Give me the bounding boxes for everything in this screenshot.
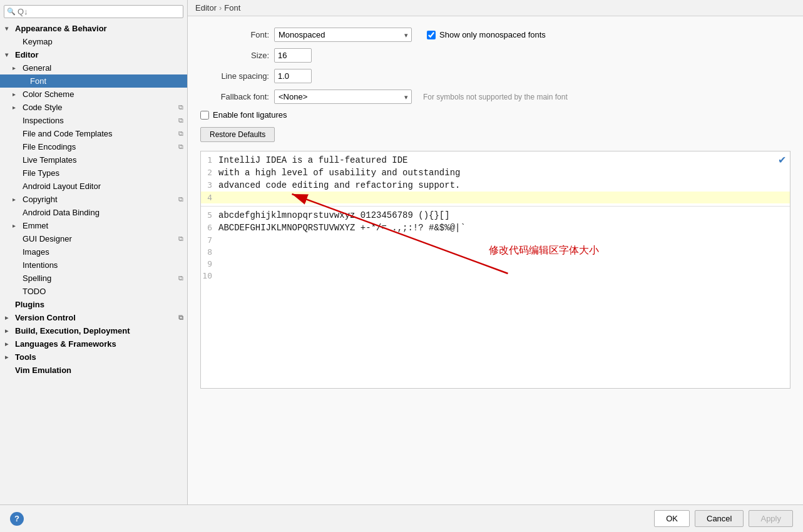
sidebar-item-font[interactable]: Font xyxy=(0,74,187,88)
show-monospaced-label[interactable]: Show only monospaced fonts xyxy=(439,30,546,39)
size-input[interactable] xyxy=(274,48,312,63)
sidebar-item-versioncontrol[interactable]: ▸Version Control⧉ xyxy=(0,311,187,324)
sidebar-item-keymap[interactable]: Keymap xyxy=(0,35,187,48)
sidebar-item-filecodetemplates[interactable]: File and Code Templates⧉ xyxy=(0,127,187,140)
sidebar-label-tools: Tools xyxy=(15,352,36,362)
sidebar-label-codestyle: Code Style xyxy=(23,103,63,112)
breadcrumb: Editor › Font xyxy=(188,0,803,16)
line-number-2: 2 xyxy=(201,168,218,177)
sidebar-label-copyright: Copyright xyxy=(23,195,58,204)
search-input[interactable] xyxy=(18,7,180,16)
sidebar-label-versioncontrol: Version Control xyxy=(15,313,76,322)
dialog-footer: ? OK Cancel Apply xyxy=(0,504,803,532)
sidebar-item-androiddatabinding[interactable]: Android Data Binding xyxy=(0,206,187,219)
line-number-8: 8 xyxy=(201,247,218,257)
sidebar-item-buildexecutiondeployment[interactable]: ▸Build, Execution, Deployment xyxy=(0,324,187,337)
sidebar-item-appearance[interactable]: ▾Appearance & Behavior xyxy=(0,22,187,35)
copy-icon-codestyle: ⧉ xyxy=(178,103,183,111)
line-content-6: ABCDEFGHIJKLMNOPQRSTUVWXYZ +-*/= .,;:!? … xyxy=(218,223,466,233)
preview-corner-icon: ✔ xyxy=(778,154,786,166)
fallback-select[interactable]: <None> xyxy=(274,90,412,104)
show-monospaced-checkbox[interactable] xyxy=(427,31,436,39)
settings-area: Font: Monospaced Show only monospaced fo… xyxy=(188,16,803,504)
sidebar-label-buildexecutiondeployment: Build, Execution, Deployment xyxy=(15,326,130,335)
settings-dialog: 🔍 ▾Appearance & BehaviorKeymap▾Editor▸Ge… xyxy=(0,0,803,532)
font-row: Font: Monospaced Show only monospaced fo… xyxy=(200,28,790,42)
sidebar-item-tools[interactable]: ▸Tools xyxy=(0,350,187,364)
font-select[interactable]: Monospaced xyxy=(274,28,412,42)
tree-arrow-appearance: ▾ xyxy=(5,25,13,32)
fallback-note: For symbols not supported by the main fo… xyxy=(423,93,568,101)
line-number-7: 7 xyxy=(201,235,218,245)
line-number-3: 3 xyxy=(201,180,218,190)
line-spacing-row: Line spacing: xyxy=(200,69,790,83)
preview-line-5: 5abcdefghijklmnopqrstuvwxyz 0123456789 (… xyxy=(201,209,790,222)
cancel-button[interactable]: Cancel xyxy=(695,510,744,527)
search-box[interactable]: 🔍 xyxy=(4,5,183,18)
copy-icon-versioncontrol: ⧉ xyxy=(178,314,183,322)
preview-lines-container: 1IntelliJ IDEA is a full-featured IDE2wi… xyxy=(201,151,790,284)
sidebar-label-todo: TODO xyxy=(23,287,46,296)
copy-icon-guidesigner: ⧉ xyxy=(178,235,183,243)
line-spacing-input[interactable] xyxy=(274,69,312,83)
sidebar-item-todo[interactable]: TODO xyxy=(0,285,187,298)
tree-arrow-buildexecutiondeployment: ▸ xyxy=(5,327,13,334)
sidebar-item-codestyle[interactable]: ▸Code Style⧉ xyxy=(0,101,187,114)
line-spacing-label: Line spacing: xyxy=(200,71,269,81)
tree-arrow-colorscheme: ▸ xyxy=(13,91,20,98)
sidebar-item-emmet[interactable]: ▸Emmet xyxy=(0,219,187,232)
sidebar-item-editor[interactable]: ▾Editor xyxy=(0,48,187,61)
line-number-5: 5 xyxy=(201,210,218,220)
sidebar-label-keymap: Keymap xyxy=(23,37,53,46)
preview-separator xyxy=(201,206,790,207)
tree-container: ▾Appearance & BehaviorKeymap▾Editor▸Gene… xyxy=(0,22,187,377)
sidebar-label-filecodetemplates: File and Code Templates xyxy=(23,129,113,138)
sidebar-item-plugins[interactable]: Plugins xyxy=(0,298,187,311)
sidebar-item-livetemplates[interactable]: Live Templates xyxy=(0,153,187,166)
sidebar-label-vimemulation: Vim Emulation xyxy=(15,366,71,375)
sidebar-label-emmet: Emmet xyxy=(23,221,48,230)
ligatures-checkbox[interactable] xyxy=(200,111,209,120)
ok-button[interactable]: OK xyxy=(654,510,690,527)
sidebar-item-colorscheme[interactable]: ▸Color Scheme xyxy=(0,88,187,101)
copy-icon-spelling: ⧉ xyxy=(178,274,183,282)
preview-line-1: 1IntelliJ IDEA is a full-featured IDE xyxy=(201,154,790,166)
fallback-label: Fallback font: xyxy=(200,92,269,101)
sidebar-item-inspections[interactable]: Inspections⧉ xyxy=(0,114,187,127)
line-number-10: 10 xyxy=(201,271,218,280)
tree-arrow-tools: ▸ xyxy=(5,354,13,361)
restore-defaults-button[interactable]: Restore Defaults xyxy=(200,127,275,142)
sidebar-label-colorscheme: Color Scheme xyxy=(23,90,74,99)
preview-line-7: 7 xyxy=(201,234,790,246)
preview-line-4: 4 xyxy=(201,192,790,203)
line-number-6: 6 xyxy=(201,223,218,232)
sidebar-item-general[interactable]: ▸General xyxy=(0,61,187,74)
line-content-1: IntelliJ IDEA is a full-featured IDE xyxy=(218,155,407,165)
copy-icon-fileencodings: ⧉ xyxy=(178,143,183,151)
sidebar-item-copyright[interactable]: ▸Copyright⧉ xyxy=(0,193,187,206)
apply-button[interactable]: Apply xyxy=(749,510,793,527)
sidebar-item-intentions[interactable]: Intentions xyxy=(0,258,187,272)
tree-arrow-copyright: ▸ xyxy=(13,196,20,203)
sidebar-item-spelling[interactable]: Spelling⧉ xyxy=(0,272,187,285)
sidebar-item-guidesigner[interactable]: GUI Designer⧉ xyxy=(0,232,187,245)
sidebar-item-images[interactable]: Images xyxy=(0,245,187,258)
preview-line-3: 3advanced code editing and refactoring s… xyxy=(201,179,790,192)
line-number-4: 4 xyxy=(201,193,218,202)
sidebar-item-vimemulation[interactable]: Vim Emulation xyxy=(0,364,187,377)
sidebar-label-inspections: Inspections xyxy=(23,116,64,125)
sidebar-item-filetypes[interactable]: File Types xyxy=(0,166,187,180)
line-number-1: 1 xyxy=(201,155,218,165)
font-dropdown-wrapper: Monospaced xyxy=(274,28,412,42)
help-button[interactable]: ? xyxy=(10,512,24,526)
dialog-content: 🔍 ▾Appearance & BehaviorKeymap▾Editor▸Ge… xyxy=(0,0,803,504)
sidebar-item-languagesframeworks[interactable]: ▸Languages & Frameworks xyxy=(0,337,187,350)
sidebar-item-fileencodings[interactable]: File Encodings⧉ xyxy=(0,140,187,153)
sidebar-item-androidlayouteditor[interactable]: Android Layout Editor xyxy=(0,180,187,193)
tree-arrow-general: ▸ xyxy=(13,64,20,71)
sidebar-label-spelling: Spelling xyxy=(23,274,51,283)
preview-line-8: 8 xyxy=(201,246,790,258)
preview-line-6: 6ABCDEFGHIJKLMNOPQRSTUVWXYZ +-*/= .,;:!?… xyxy=(201,222,790,234)
fallback-dropdown-wrapper: <None> xyxy=(274,90,412,104)
ligatures-label[interactable]: Enable font ligatures xyxy=(213,110,287,120)
